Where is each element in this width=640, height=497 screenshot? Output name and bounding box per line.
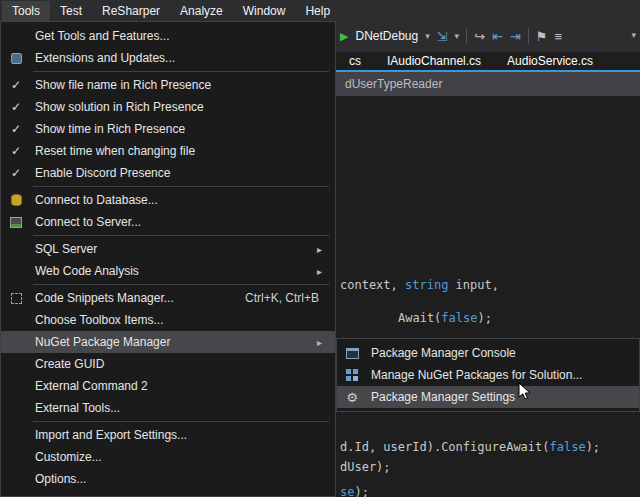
checkmark-icon: ✓ — [1, 78, 31, 92]
code-text: d.Id, userId).ConfigureAwait( — [340, 440, 550, 454]
code-line: context, string input, — [340, 278, 499, 292]
menubar-item-help[interactable]: Help — [295, 1, 340, 21]
checkmark-icon: ✓ — [1, 122, 31, 136]
submenu-item-package-manager-settings[interactable]: ⚙Package Manager Settings — [337, 386, 639, 408]
submenu-item-manage-nuget-packages[interactable]: Manage NuGet Packages for Solution... — [337, 364, 639, 386]
submenu-arrow-icon: ▸ — [317, 244, 335, 255]
tools-menu-dropdown: Get Tools and Features... Extensions and… — [0, 21, 336, 497]
code-text: dUser); — [340, 460, 391, 474]
menu-item-customize[interactable]: Customize... — [1, 446, 335, 468]
breadcrumb-label: dUserTypeReader — [345, 77, 442, 91]
menu-item-reset-time-when-changing-file[interactable]: ✓Reset time when changing file — [1, 140, 335, 162]
menu-item-label: SQL Server — [31, 242, 317, 256]
menu-item-connect-to-server[interactable]: Connect to Server... — [1, 211, 335, 233]
menubar-item-analyze[interactable]: Analyze — [170, 1, 233, 21]
menu-item-gutter — [1, 194, 31, 206]
menu-item-label: Enable Discord Presence — [31, 166, 335, 180]
menu-item-label: NuGet Package Manager — [31, 335, 317, 349]
menubar-item-resharper[interactable]: ReSharper — [92, 1, 170, 21]
server-icon — [10, 217, 22, 228]
code-keyword: false — [441, 311, 477, 325]
toolbar-overflow-icon[interactable]: ▾ — [631, 30, 636, 40]
menu-item-label: Extensions and Updates... — [31, 51, 335, 65]
submenu-arrow-icon: ▸ — [317, 266, 335, 277]
checkmark-icon: ✓ — [1, 100, 31, 114]
menu-item-create-guid[interactable]: Create GUID — [1, 353, 335, 375]
toolbar-separator — [528, 28, 529, 44]
toolbar-separator — [466, 28, 467, 44]
menu-item-choose-toolbox-items[interactable]: Choose Toolbox Items... — [1, 309, 335, 331]
menu-item-label: Get Tools and Features... — [31, 29, 335, 43]
menu-item-label: Customize... — [31, 450, 335, 464]
menu-item-get-tools-and-features[interactable]: Get Tools and Features... — [1, 25, 335, 47]
menu-item-connect-to-database[interactable]: Connect to Database... — [1, 189, 335, 211]
indent-icon[interactable]: ⇥ — [510, 29, 521, 44]
menu-item-label: Show time in Rich Presence — [31, 122, 335, 136]
document-tab-bar: cs IAudioChannel.cs AudioService.cs — [336, 52, 640, 70]
checkmark-icon: ✓ — [1, 166, 31, 180]
menu-item-label: Package Manager Settings — [367, 390, 639, 404]
menu-item-label: Show file name in Rich Presence — [31, 78, 335, 92]
menu-item-label: Choose Toolbox Items... — [31, 313, 335, 327]
unindent-icon[interactable]: ⇤ — [492, 29, 503, 44]
tab-partial[interactable]: cs — [336, 54, 374, 68]
code-text: ); — [354, 485, 368, 497]
menu-item-enable-discord-presence[interactable]: ✓Enable Discord Presence — [1, 162, 335, 184]
menu-item-label: Create GUID — [31, 357, 335, 371]
menu-item-gutter — [1, 293, 31, 304]
run-icon[interactable]: ▶ — [340, 30, 348, 43]
menubar-item-tools[interactable]: Tools — [2, 1, 50, 21]
menubar-item-window[interactable]: Window — [233, 1, 296, 21]
menu-item-label: Connect to Server... — [31, 215, 335, 229]
menu-item-gutter — [1, 53, 31, 64]
attach-dropdown-icon[interactable]: ▾ — [455, 31, 460, 41]
submenu-item-package-manager-console[interactable]: Package Manager Console — [337, 342, 639, 364]
manage-packages-icon — [346, 369, 358, 381]
database-icon — [11, 194, 22, 206]
menu-separator — [33, 235, 329, 236]
tab-iaudiochannel[interactable]: IAudioChannel.cs — [374, 54, 494, 68]
tab-audioservice[interactable]: AudioService.cs — [494, 54, 606, 68]
menu-item-external-tools[interactable]: External Tools... — [1, 397, 335, 419]
attach-to-process-icon[interactable]: ⇲ — [437, 29, 448, 44]
navigate-icon[interactable]: ↪ — [474, 29, 485, 44]
menu-item-nuget-package-manager[interactable]: NuGet Package Manager▸ — [1, 331, 335, 353]
menu-item-label: Import and Export Settings... — [31, 428, 335, 442]
submenu-arrow-icon: ▸ — [317, 337, 335, 348]
run-config-dropdown-icon[interactable]: ▾ — [425, 31, 430, 41]
menu-item-external-command-2[interactable]: External Command 2 — [1, 375, 335, 397]
menu-item-label: Connect to Database... — [31, 193, 335, 207]
menu-item-show-time-rich-presence[interactable]: ✓Show time in Rich Presence — [1, 118, 335, 140]
menu-item-show-file-name-rich-presence[interactable]: ✓Show file name in Rich Presence — [1, 74, 335, 96]
menu-item-shortcut: Ctrl+K, Ctrl+B — [245, 291, 335, 305]
menu-separator — [33, 71, 329, 72]
console-icon — [346, 348, 359, 359]
code-text: Await( — [398, 311, 441, 325]
task-list-icon[interactable]: ≡ — [555, 29, 563, 44]
menu-item-options[interactable]: Options... — [1, 468, 335, 490]
code-line: se); — [340, 485, 369, 497]
menu-item-label: Reset time when changing file — [31, 144, 335, 158]
bookmark-icon[interactable]: ⚑ — [536, 29, 548, 44]
main-menu-bar: Tools Test ReSharper Analyze Window Help — [0, 0, 640, 21]
menu-separator — [33, 186, 329, 187]
menubar-item-test[interactable]: Test — [50, 1, 92, 21]
code-keyword: string — [405, 278, 448, 292]
menu-item-label: Manage NuGet Packages for Solution... — [367, 368, 639, 382]
standard-toolbar: ▶ DNetDebug ▾ ⇲ ▾ ↪ ⇤ ⇥ ⚑ ≡ — [340, 24, 562, 48]
code-keyword: se — [340, 485, 354, 497]
menu-item-sql-server[interactable]: SQL Server▸ — [1, 238, 335, 260]
editor-breadcrumb-bar[interactable]: dUserTypeReader — [336, 72, 640, 96]
menu-item-label: External Command 2 — [31, 379, 335, 393]
menu-item-web-code-analysis[interactable]: Web Code Analysis▸ — [1, 260, 335, 282]
run-config-label[interactable]: DNetDebug — [355, 29, 418, 43]
menu-item-label: Web Code Analysis — [31, 264, 317, 278]
menu-item-show-solution-rich-presence[interactable]: ✓Show solution in Rich Presence — [1, 96, 335, 118]
menu-item-code-snippets-manager[interactable]: Code Snippets Manager...Ctrl+K, Ctrl+B — [1, 287, 335, 309]
menu-item-label: External Tools... — [31, 401, 335, 415]
menu-item-label: Show solution in Rich Presence — [31, 100, 335, 114]
code-line: d.Id, userId).ConfigureAwait(false); — [340, 440, 600, 454]
menu-item-import-and-export-settings[interactable]: Import and Export Settings... — [1, 424, 335, 446]
menu-item-extensions-and-updates[interactable]: Extensions and Updates... — [1, 47, 335, 69]
code-text: ); — [477, 311, 491, 325]
